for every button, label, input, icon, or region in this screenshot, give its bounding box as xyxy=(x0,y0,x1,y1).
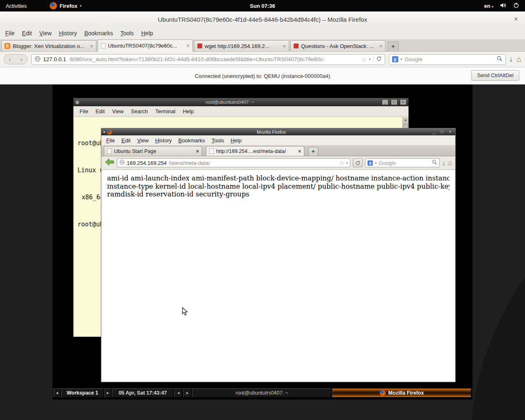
terminal-menu-search[interactable]: Search xyxy=(127,107,151,116)
volume-icon[interactable] xyxy=(500,2,507,10)
host-url-bar[interactable]: 127.0.0.1 :6080/vnc_auto.html?token=7138… xyxy=(31,54,385,65)
forward-icon[interactable]: › xyxy=(20,56,22,63)
site-icon xyxy=(197,43,202,48)
vnc-url-bar[interactable]: 169.254.169.254 /latest/meta-data/ ☆ ▾ xyxy=(117,158,350,167)
url-path: :6080/vnc_auto.html?token=71380b21-bf2c-… xyxy=(68,56,359,62)
workspace-indicator[interactable]: Workspace 1 xyxy=(61,388,104,397)
google-icon[interactable]: g xyxy=(368,160,373,166)
menu-view[interactable]: View xyxy=(134,136,152,145)
tab-vnc-session[interactable]: UbuntuTRS0407(8c79e60c... × xyxy=(98,39,193,52)
window-menu-icon[interactable] xyxy=(103,131,105,133)
tab-wget[interactable]: wget http://169.254.169.2... × xyxy=(194,40,289,51)
bookmark-star-icon[interactable]: ☆ xyxy=(339,160,345,166)
tab-blogger[interactable]: B Blogger: Xen Virtualization o... × xyxy=(1,40,96,51)
close-button[interactable]: × xyxy=(447,130,453,134)
task-scroll-right-icon[interactable]: ► xyxy=(183,388,192,397)
tab-close-icon[interactable]: × xyxy=(298,148,301,154)
menu-file[interactable]: File xyxy=(103,136,118,145)
terminal-menu-file[interactable]: File xyxy=(76,107,92,116)
workspace-prev-icon[interactable]: ◄ xyxy=(54,388,60,397)
terminal-maximize-button[interactable]: □ xyxy=(391,99,397,105)
host-close-button[interactable]: × xyxy=(511,15,521,23)
menu-help[interactable]: Help xyxy=(227,136,245,145)
taskbar-item-firefox[interactable]: Mozilla Firefox xyxy=(332,388,471,397)
task-scroll-left-icon[interactable]: ◄ xyxy=(174,388,183,397)
gnome-top-bar: Activities Firefox ▾ Sun 07:36 en ▾ xyxy=(0,0,525,11)
tab-close-icon[interactable]: × xyxy=(90,43,93,49)
terminal-close-button[interactable]: × xyxy=(400,99,406,105)
minimize-button[interactable]: _ xyxy=(431,130,437,134)
host-menu-edit[interactable]: Edit xyxy=(18,28,36,38)
url-dropdown-icon[interactable]: ▾ xyxy=(369,57,371,61)
tab-close-icon[interactable]: × xyxy=(196,148,199,154)
keyboard-layout-indicator[interactable]: en ▾ xyxy=(484,3,493,9)
search-icon[interactable] xyxy=(497,56,502,63)
menu-history[interactable]: History xyxy=(152,136,175,145)
vnc-viewport[interactable]: root@ubuntutrs0407: ~ _ □ × File Edit Vi… xyxy=(52,84,472,399)
terminal-minimize-button[interactable]: _ xyxy=(382,99,388,105)
tab-close-icon[interactable]: × xyxy=(283,43,286,49)
vnc-firefox-titlebar[interactable]: Mozilla Firefox _ □ × xyxy=(101,128,455,135)
power-icon[interactable] xyxy=(513,2,519,9)
workspace-next-icon[interactable]: ► xyxy=(105,388,111,397)
terminal-menu-help[interactable]: Help xyxy=(179,107,198,116)
tab-close-icon[interactable]: × xyxy=(186,43,189,49)
new-tab-button[interactable]: + xyxy=(308,147,318,156)
scroll-up-icon[interactable]: ▲ xyxy=(403,117,409,123)
page-icon xyxy=(107,148,112,154)
downloads-icon[interactable]: ↓ xyxy=(509,55,513,64)
menu-tools[interactable]: Tools xyxy=(208,136,227,145)
new-tab-button[interactable]: + xyxy=(388,41,399,51)
maximize-button[interactable]: □ xyxy=(439,130,445,134)
menu-edit[interactable]: Edit xyxy=(118,136,134,145)
menu-bookmarks[interactable]: Bookmarks xyxy=(175,136,208,145)
tab-label: wget http://169.254.169.2... xyxy=(205,43,280,49)
tab-openstack[interactable]: Questions - Ask OpenStack: ... × xyxy=(290,40,386,51)
back-forward-buttons[interactable]: ‹ › xyxy=(4,54,27,64)
terminal-menu-view[interactable]: View xyxy=(108,107,127,116)
search-placeholder: Google xyxy=(379,160,430,166)
host-navigation-bar: ‹ › 127.0.0.1 :6080/vnc_auto.html?token=… xyxy=(0,52,525,67)
host-menu-bookmarks[interactable]: Bookmarks xyxy=(80,28,116,38)
reload-icon[interactable] xyxy=(376,56,382,63)
terminal-titlebar[interactable]: root@ubuntutrs0407: ~ _ □ × xyxy=(73,98,409,106)
taskbar-clock[interactable]: 05 Apr, Sat 17:43:47 xyxy=(112,388,173,397)
background-curve xyxy=(470,144,525,420)
search-engine-dropdown-icon[interactable]: ▾ xyxy=(401,57,402,61)
activities-button[interactable]: Activities xyxy=(0,0,32,11)
terminal-window-menu-icon[interactable] xyxy=(75,100,79,104)
host-menu-history[interactable]: History xyxy=(55,28,81,38)
app-menu[interactable]: Firefox ▾ xyxy=(50,2,81,9)
tab-meta-data[interactable]: http://169.254....est/meta-data/ × xyxy=(206,146,304,156)
vnc-firefox-menubar: File Edit View History Bookmarks Tools H… xyxy=(101,135,455,145)
back-icon[interactable]: ‹ xyxy=(9,56,11,63)
host-menu-tools[interactable]: Tools xyxy=(116,28,137,38)
reload-button[interactable] xyxy=(353,158,363,167)
host-menu-help[interactable]: Help xyxy=(137,28,157,38)
home-icon[interactable]: ⌂ xyxy=(448,159,452,167)
vnc-search-bar[interactable]: g ▾ Google xyxy=(365,158,440,167)
search-icon[interactable] xyxy=(432,160,437,166)
host-search-bar[interactable]: g ▾ Google xyxy=(389,54,506,65)
back-button[interactable] xyxy=(105,158,114,167)
host-window-titlebar[interactable]: UbuntuTRS0407(8c79e60c-4f1d-44e5-8446-b4… xyxy=(0,11,525,27)
terminal-title: root@ubuntutrs0407: ~ xyxy=(79,100,381,105)
downloads-icon[interactable]: ↓ xyxy=(442,160,445,167)
bookmark-star-icon[interactable]: ☆ xyxy=(361,56,367,63)
google-icon[interactable]: g xyxy=(392,56,398,62)
tab-ubuntu-start-page[interactable]: Ubuntu Start Page × xyxy=(104,146,202,156)
tab-label: http://169.254....est/meta-data/ xyxy=(216,148,296,154)
url-host: 169.254.169.254 xyxy=(127,160,167,166)
terminal-menu-edit[interactable]: Edit xyxy=(92,107,108,116)
terminal-menu-terminal[interactable]: Terminal xyxy=(152,107,179,116)
search-engine-dropdown-icon[interactable]: ▾ xyxy=(375,161,377,165)
host-menu-file[interactable]: File xyxy=(2,28,18,38)
tab-label: UbuntuTRS0407(8c79e60c... xyxy=(108,43,184,49)
top-bar-clock[interactable]: Sun 07:36 xyxy=(250,3,275,9)
home-icon[interactable]: ⌂ xyxy=(517,55,521,64)
url-dropdown-icon[interactable]: ▾ xyxy=(346,161,348,165)
host-menu-view[interactable]: View xyxy=(36,28,55,38)
send-ctrlaltdel-button[interactable]: Send CtrlAltDel xyxy=(471,70,519,81)
tab-close-icon[interactable]: × xyxy=(379,43,382,49)
taskbar-item-terminal[interactable]: root@ubuntutrs0407: ~ xyxy=(192,388,331,397)
